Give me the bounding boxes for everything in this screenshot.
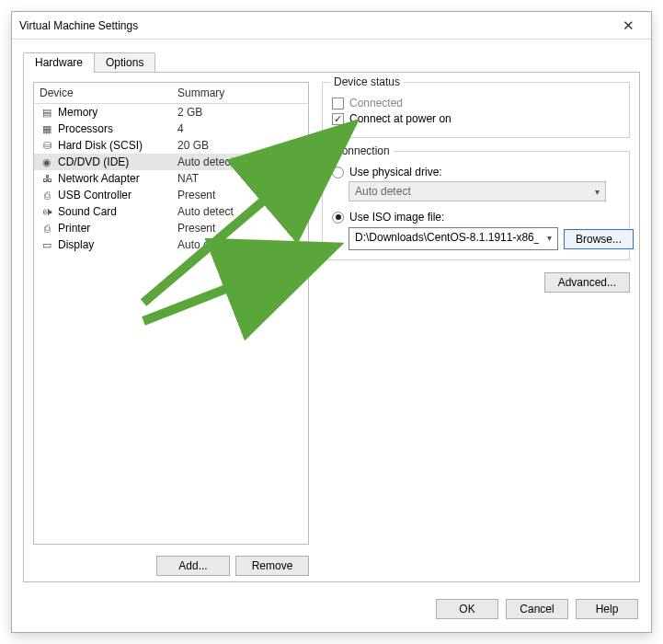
chevron-down-icon[interactable]: ▾ xyxy=(547,233,552,243)
chevron-down-icon: ▾ xyxy=(595,187,600,197)
checkbox-poweron-label: Connect at power on xyxy=(349,112,452,125)
device-row-usb-controller[interactable]: ⎙USB ControllerPresent xyxy=(34,187,308,203)
device-name: Display xyxy=(58,238,177,251)
tab-hardware[interactable]: Hardware xyxy=(23,52,95,73)
cancel-button[interactable]: Cancel xyxy=(506,599,568,619)
device-row-memory[interactable]: ▤Memory2 GB xyxy=(34,104,308,121)
device-row-cd-dvd-ide-[interactable]: ◉CD/DVD (IDE)Auto detect xyxy=(34,154,308,170)
physical-drive-combo: Auto detect ▾ xyxy=(349,181,606,201)
cpu-icon: ▦ xyxy=(40,122,54,135)
device-summary: NAT xyxy=(177,172,303,185)
close-icon[interactable]: ✕ xyxy=(612,17,644,34)
group-connection-label: Connection xyxy=(330,144,394,157)
net-icon: 🖧 xyxy=(40,172,54,185)
checkbox-poweron-row[interactable]: ✓ Connect at power on xyxy=(332,112,620,125)
device-summary: 4 xyxy=(177,122,303,135)
group-device-status-label: Device status xyxy=(330,75,404,88)
device-row-network-adapter[interactable]: 🖧Network AdapterNAT xyxy=(34,170,308,187)
radio-iso[interactable] xyxy=(332,212,344,224)
sound-icon: 🕪 xyxy=(40,205,54,218)
browse-button[interactable]: Browse... xyxy=(564,229,634,249)
tab-content: Device Summary ▤Memory2 GB▦Processors4⛁H… xyxy=(23,72,640,582)
radio-physical-label: Use physical drive: xyxy=(349,166,442,178)
device-name: CD/DVD (IDE) xyxy=(58,155,177,168)
titlebar: Virtual Machine Settings ✕ xyxy=(12,12,651,40)
advanced-button[interactable]: Advanced... xyxy=(544,272,630,293)
device-list: Device Summary ▤Memory2 GB▦Processors4⛁H… xyxy=(33,82,309,545)
checkbox-connected xyxy=(332,98,344,109)
device-name: Network Adapter xyxy=(58,172,177,185)
checkbox-connected-row: Connected xyxy=(332,97,620,109)
remove-button[interactable]: Remove xyxy=(235,556,309,576)
group-device-status: Device status Connected ✓ Connect at pow… xyxy=(322,82,630,138)
tabstrip: Hardware Options xyxy=(23,52,154,73)
device-row-printer[interactable]: ⎙PrinterPresent xyxy=(34,220,308,236)
device-buttons: Add... Remove xyxy=(33,556,309,576)
device-list-header: Device Summary xyxy=(34,83,308,104)
usb-icon: ⎙ xyxy=(40,189,54,201)
device-summary: 2 GB xyxy=(177,106,303,119)
device-summary: Auto detect xyxy=(177,205,303,218)
device-row-hard-disk-scsi-[interactable]: ⛁Hard Disk (SCSI)20 GB xyxy=(34,137,308,154)
ok-button[interactable]: OK xyxy=(436,599,498,619)
physical-drive-value: Auto detect xyxy=(355,185,411,198)
settings-window: Virtual Machine Settings ✕ Hardware Opti… xyxy=(11,11,652,633)
body: Hardware Options Device Summary ▤Memory2… xyxy=(23,52,640,582)
device-summary: Present xyxy=(177,222,303,235)
printer-icon: ⎙ xyxy=(40,222,54,235)
device-name: Printer xyxy=(58,222,177,235)
device-name: Memory xyxy=(58,106,177,119)
radio-iso-label: Use ISO image file: xyxy=(349,211,444,224)
iso-path-combo[interactable]: D:\Downloads\CentOS-8.1.1911-x86_64-d ▾ xyxy=(349,227,558,250)
device-name: Hard Disk (SCSI) xyxy=(58,139,177,152)
device-name: Sound Card xyxy=(58,205,177,218)
device-settings: Device status Connected ✓ Connect at pow… xyxy=(322,82,630,572)
cd-icon: ◉ xyxy=(40,155,54,168)
radio-iso-row[interactable]: Use ISO image file: xyxy=(332,211,620,224)
device-name: Processors xyxy=(58,122,177,135)
tab-options[interactable]: Options xyxy=(94,52,155,73)
add-button[interactable]: Add... xyxy=(156,556,230,576)
device-row-display[interactable]: ▭DisplayAuto detect xyxy=(34,236,308,253)
memory-icon: ▤ xyxy=(40,106,54,119)
help-button[interactable]: Help xyxy=(576,599,638,619)
device-row-processors[interactable]: ▦Processors4 xyxy=(34,121,308,137)
device-summary: Auto detect xyxy=(177,238,303,251)
device-summary: Present xyxy=(177,189,303,201)
window-title: Virtual Machine Settings xyxy=(19,19,612,32)
device-summary: 20 GB xyxy=(177,139,303,152)
device-row-sound-card[interactable]: 🕪Sound CardAuto detect xyxy=(34,203,308,220)
hdd-icon: ⛁ xyxy=(40,139,54,152)
radio-physical[interactable] xyxy=(332,167,344,178)
device-name: USB Controller xyxy=(58,189,177,201)
group-connection: Connection Use physical drive: Auto dete… xyxy=(322,151,630,260)
col-device: Device xyxy=(34,83,172,103)
iso-path-value: D:\Downloads\CentOS-8.1.1911-x86_64-d xyxy=(355,231,539,244)
radio-physical-row[interactable]: Use physical drive: xyxy=(332,166,620,178)
display-icon: ▭ xyxy=(40,238,54,251)
device-summary: Auto detect xyxy=(177,155,303,168)
checkbox-connected-label: Connected xyxy=(349,97,403,109)
checkbox-poweron[interactable]: ✓ xyxy=(332,113,344,125)
col-summary: Summary xyxy=(172,83,308,103)
dialog-buttons: OK Cancel Help xyxy=(436,599,638,619)
